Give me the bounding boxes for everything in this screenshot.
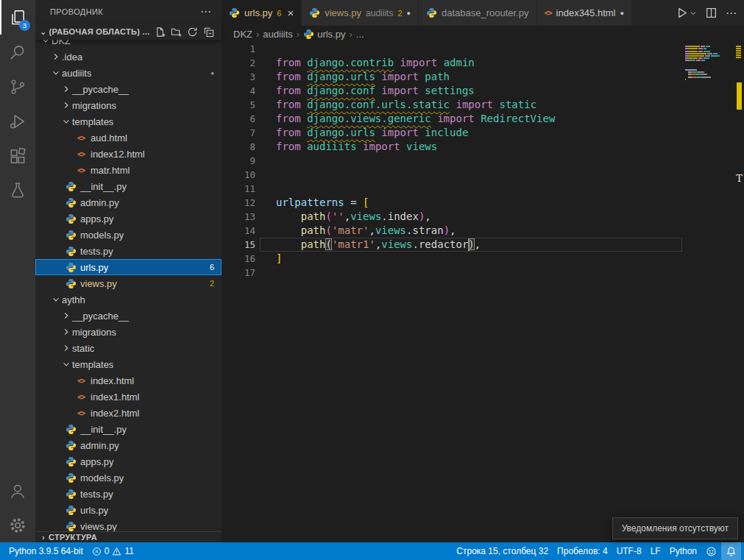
code-line-4: 4from django.conf import settings: [222, 84, 744, 98]
breadcrumb-item[interactable]: DKZ: [233, 29, 252, 40]
tabs-container: urls.py6×views.pyaudiiits2●database_roou…: [222, 0, 632, 26]
editor-actions: ⋯: [668, 0, 744, 26]
run-icon[interactable]: [676, 7, 697, 19]
tree-item-templates[interactable]: templates: [35, 356, 222, 372]
tab-index345.html[interactable]: <>index345.html●: [537, 0, 632, 26]
tree-item-admin.py[interactable]: admin.py: [35, 437, 222, 453]
tree-item-models.py[interactable]: models.py: [35, 227, 222, 243]
sidebar-explorer: ПРОВОДНИК ⋯ ⌄ (РАБОЧАЯ ОБЛАСТЬ) ... DKZ.…: [35, 0, 222, 542]
cursor-position-status[interactable]: Строка 15, столбец 32: [452, 542, 553, 560]
code-line-11: 11: [222, 182, 744, 196]
activity-source-control-icon[interactable]: [0, 69, 35, 104]
warning-mark: [736, 48, 741, 49]
indentation-status[interactable]: Пробелов: 4: [553, 542, 612, 560]
tree-item-admin.py[interactable]: admin.py: [35, 194, 222, 210]
breadcrumb-label: DKZ: [233, 29, 252, 40]
code-line-5: 5from django.conf.urls.static import sta…: [222, 98, 744, 112]
breadcrumb-label: ...: [356, 29, 364, 40]
close-icon[interactable]: ×: [287, 7, 294, 18]
problems-status[interactable]: 011: [88, 542, 138, 560]
tree-item-label: migrations: [72, 100, 116, 111]
tree-item-static[interactable]: static: [35, 340, 222, 356]
tree-item-index12.html[interactable]: <>index12.html: [35, 146, 222, 162]
html-file-icon: <>: [75, 166, 87, 174]
activity-account-icon[interactable]: [0, 473, 35, 508]
outline-section-header[interactable]: › СТРУКТУРА: [35, 531, 222, 542]
collapse-all-icon[interactable]: [203, 26, 214, 38]
modified-dot-icon: ●: [210, 70, 214, 77]
python-file-icon: [65, 197, 77, 208]
workspace-section-header[interactable]: ⌄ (РАБОЧАЯ ОБЛАСТЬ) ...: [35, 24, 222, 40]
tree-item-urls.py[interactable]: urls.py6: [35, 259, 222, 275]
feedback-icon[interactable]: [701, 542, 721, 560]
breadcrumb-item[interactable]: urls.py: [303, 29, 345, 40]
tree-item-views.py[interactable]: views.py2: [35, 275, 222, 291]
tree-item-index2.html[interactable]: <>index2.html: [35, 405, 222, 421]
overview-mark: [737, 82, 742, 110]
python-version-status[interactable]: Python 3.9.5 64-bit: [4, 542, 88, 560]
code-editor[interactable]: 12from django.contrib import admin3from …: [222, 42, 744, 542]
code-line-10: 10: [222, 168, 744, 182]
warning-count: 11: [124, 546, 133, 556]
tree-item-__init__.py[interactable]: __init__.py: [35, 421, 222, 437]
activity-search-icon[interactable]: [0, 35, 35, 69]
tree-item-label: models.py: [80, 230, 124, 241]
chevron-right-icon: [60, 343, 72, 353]
python-file-icon: [65, 489, 77, 500]
tree-item-audiiits[interactable]: audiiits●: [35, 65, 222, 81]
tab-label: index345.html: [556, 7, 616, 18]
activity-extensions-icon[interactable]: [0, 138, 35, 173]
tree-item-aythh[interactable]: aythh: [35, 291, 222, 308]
tree-item-apps.py[interactable]: apps.py: [35, 453, 222, 469]
activity-settings-icon[interactable]: [0, 508, 35, 542]
chevron-down-icon: [50, 294, 62, 305]
tree-item-DKZ[interactable]: DKZ: [35, 40, 222, 49]
tree-item-.idea[interactable]: .idea: [35, 49, 222, 65]
line-number: 17: [222, 266, 260, 280]
split-editor-icon[interactable]: [705, 7, 718, 19]
file-tree: DKZ.ideaaudiiits●__pycache__migrationste…: [35, 40, 222, 531]
tree-item-views.py[interactable]: views.py: [35, 518, 222, 531]
tab-database_roouter.py[interactable]: database_roouter.py: [419, 0, 537, 26]
minimap[interactable]: [685, 42, 734, 83]
tree-item-urls.py[interactable]: urls.py: [35, 502, 222, 518]
tree-item-label: __init__.py: [80, 181, 127, 192]
breadcrumb-item[interactable]: ...: [356, 29, 364, 40]
ruler-glyph: Т: [736, 173, 743, 184]
tab-urls.py[interactable]: urls.py6×: [222, 0, 302, 26]
tree-item-apps.py[interactable]: apps.py: [35, 210, 222, 227]
line-number: 9: [222, 154, 260, 168]
activity-explorer-icon[interactable]: 3: [0, 0, 35, 35]
tree-item-index.html[interactable]: <>index.html: [35, 372, 222, 389]
tree-item-tests.py[interactable]: tests.py: [35, 486, 222, 502]
overview-ruler[interactable]: Т: [734, 42, 744, 542]
language-mode-status[interactable]: Python: [665, 542, 701, 560]
activity-run-debug-icon[interactable]: [0, 104, 35, 138]
tree-item-label: models.py: [80, 472, 124, 483]
tree-item-aud.html[interactable]: <>aud.html: [35, 130, 222, 146]
code-line-8: 8from audiiits import views: [222, 140, 744, 154]
tree-item-__init__.py[interactable]: __init__.py: [35, 178, 222, 194]
tree-item-matr.html[interactable]: <>matr.html: [35, 162, 222, 178]
tree-item-templates[interactable]: templates: [35, 113, 222, 130]
encoding-status[interactable]: UTF-8: [612, 542, 646, 560]
tree-item-__pycache__[interactable]: __pycache__: [35, 308, 222, 324]
new-folder-icon[interactable]: [171, 26, 182, 38]
activity-testing-icon[interactable]: [0, 173, 35, 208]
tree-item-__pycache__[interactable]: __pycache__: [35, 81, 222, 97]
more-icon[interactable]: ⋯: [726, 7, 737, 20]
tree-item-index1.html[interactable]: <>index1.html: [35, 389, 222, 405]
eol-status[interactable]: LF: [646, 542, 665, 560]
code-line-12: 12urlpatterns = [: [222, 196, 744, 210]
tree-item-tests.py[interactable]: tests.py: [35, 243, 222, 259]
new-file-icon[interactable]: [155, 26, 166, 38]
tree-item-migrations[interactable]: migrations: [35, 324, 222, 340]
more-actions-icon[interactable]: ⋯: [200, 5, 211, 18]
tree-item-migrations[interactable]: migrations: [35, 97, 222, 113]
chevron-sep-icon: ›: [297, 29, 300, 40]
tree-item-models.py[interactable]: models.py: [35, 469, 222, 486]
breadcrumb-item[interactable]: audiiits: [263, 29, 292, 40]
notifications-icon[interactable]: [721, 542, 741, 560]
tab-views.py[interactable]: views.pyaudiiits2●: [302, 0, 419, 26]
refresh-icon[interactable]: [187, 26, 198, 38]
